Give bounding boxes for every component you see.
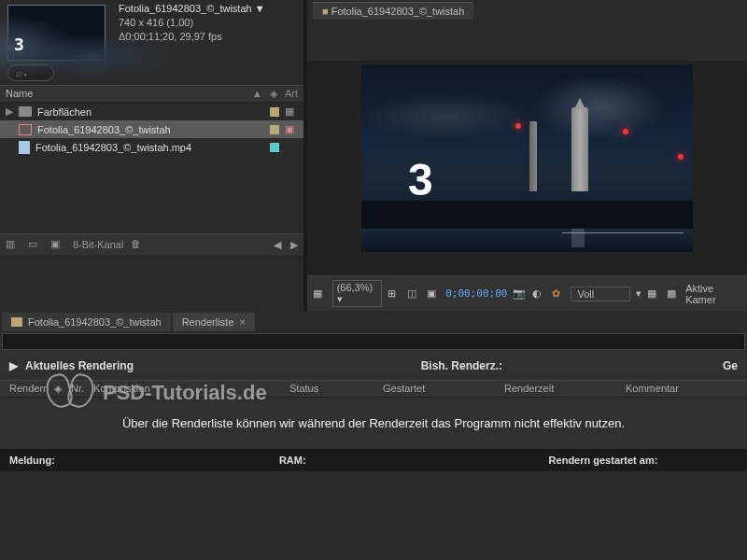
view-icon[interactable]: ▦: [647, 287, 661, 301]
status-ram: RAM:: [279, 455, 306, 466]
thumbnail-countdown: 3: [14, 35, 24, 54]
comp-row[interactable]: Fotolia_61942803_©_twistah ▣: [0, 120, 303, 138]
watermark-logo: PSD-Tutorials.de: [47, 374, 267, 412]
resolution-icon[interactable]: ⊞: [388, 287, 402, 301]
trash-icon[interactable]: 🗑: [131, 238, 146, 251]
camera-dropdown[interactable]: Aktive Kamer: [685, 283, 741, 305]
timeline-tab[interactable]: Fotolia_61942803_©_twistah: [2, 313, 171, 331]
row-label: Fotolia_61942803_©_twistah.mp4: [35, 142, 191, 153]
col-render[interactable]: Rendern: [6, 383, 50, 395]
butterfly-icon: [47, 374, 93, 412]
mask-icon[interactable]: ◫: [407, 287, 421, 301]
folder-icon: [19, 106, 32, 117]
comp-icon: [19, 124, 32, 135]
timecode[interactable]: 0;00;00;00: [445, 287, 507, 300]
new-comp-icon[interactable]: ▣: [50, 238, 65, 251]
project-list-header[interactable]: Name ▲ ◈ Art: [0, 85, 303, 103]
project-thumbnail[interactable]: 3: [7, 5, 106, 61]
col-gestartet[interactable]: Gestartet: [379, 383, 500, 395]
comp-type-icon: ▣: [285, 123, 298, 135]
folder-type-icon: ▦: [285, 105, 298, 118]
sort-icon[interactable]: ▲: [252, 88, 262, 100]
color-swatch[interactable]: [270, 107, 279, 117]
status-meldung: Meldung:: [9, 455, 55, 466]
status-started: Rendern gestartet am:: [549, 455, 658, 466]
col-renderzeit[interactable]: Renderzeit: [500, 383, 622, 395]
color-swatch[interactable]: [270, 125, 279, 134]
chevron-right-icon[interactable]: ▶: [9, 359, 18, 372]
launch-light: [678, 154, 684, 160]
channel-icon[interactable]: ◐: [532, 287, 546, 301]
col-name[interactable]: Name: [6, 88, 252, 100]
col-type[interactable]: Art: [285, 88, 298, 100]
next-frame-icon[interactable]: ▶: [290, 239, 298, 251]
new-folder-icon[interactable]: ▭: [28, 238, 43, 251]
bpc-button[interactable]: 8-Bit-Kanal: [73, 239, 123, 250]
preview-tab[interactable]: ■ Fotolia_61942803_©_twistah: [313, 2, 473, 20]
comp-tab-icon: [11, 317, 22, 327]
folder-row[interactable]: ▶ Farbflächen ▦: [0, 103, 303, 120]
tag-col-icon[interactable]: ◈: [270, 88, 277, 100]
elapsed-label: Bish. Renderz.:: [421, 359, 502, 372]
tab-marker: ■: [322, 6, 331, 17]
quality-dropdown[interactable]: Voll: [571, 287, 629, 301]
render-progress-bar: [2, 333, 745, 350]
3d-icon[interactable]: ▩: [667, 287, 681, 301]
snapshot-icon[interactable]: 📷: [513, 287, 527, 301]
preview-viewport[interactable]: 3: [361, 65, 693, 252]
color-mgmt-icon[interactable]: ✿: [552, 287, 566, 301]
interpret-icon[interactable]: ▥: [6, 238, 21, 251]
close-tab-icon[interactable]: ×: [239, 316, 245, 328]
col-kommentar[interactable]: Kommentar: [622, 383, 697, 395]
region-icon[interactable]: ▣: [427, 287, 441, 301]
color-swatch[interactable]: [270, 143, 279, 152]
zoom-dropdown[interactable]: (66,3%) ▾: [332, 280, 383, 307]
chevron-right-icon[interactable]: ▶: [6, 105, 13, 118]
document-icon: [19, 141, 30, 154]
col-status[interactable]: Status: [286, 383, 379, 395]
current-render-label: Aktuelles Rendering: [25, 359, 134, 372]
asset-dimensions: 740 x 416 (1,00): [119, 16, 265, 30]
prev-frame-icon[interactable]: ◀: [274, 239, 281, 251]
row-label: Fotolia_61942803_©_twistah: [37, 124, 171, 135]
launch-light: [515, 123, 521, 129]
video-row[interactable]: Fotolia_61942803_©_twistah.mp4: [0, 138, 303, 157]
total-label: Ge: [723, 359, 738, 372]
renderqueue-tab[interactable]: Renderliste ×: [173, 313, 255, 331]
asset-title: Fotolia_61942803_©_twistah ▼: [119, 2, 265, 16]
grid-icon[interactable]: ▦: [313, 287, 327, 301]
launch-light: [623, 129, 628, 134]
row-label: Farbflächen: [37, 106, 92, 118]
countdown-overlay: 3: [408, 154, 433, 205]
